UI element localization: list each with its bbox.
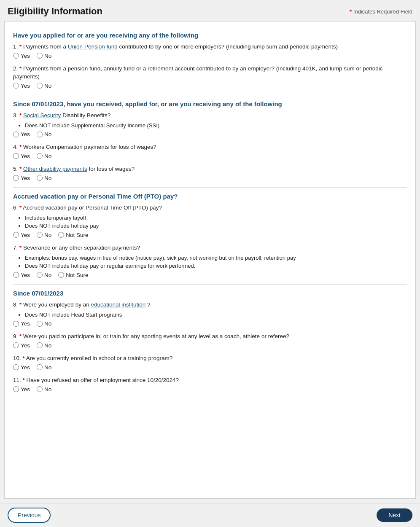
q3-yes-label[interactable]: Yes (13, 131, 30, 137)
q8-yes-radio[interactable] (13, 321, 19, 327)
q4-required-star: * (19, 144, 22, 150)
q2-yes-label[interactable]: Yes (13, 83, 30, 89)
q6-text: Accrued vacation pay or Personal Time Of… (23, 204, 162, 211)
section-heading-2: Since 07/01/2023, have you received, app… (13, 100, 407, 108)
question-block-1: 1. * Payments from a Union Pension fund … (13, 43, 407, 59)
q6-radio-group: Yes No Not Sure (13, 232, 407, 238)
q8-radio-group: Yes No (13, 320, 407, 327)
q11-text: Have you refused an offer of employment … (27, 377, 179, 383)
q7-yes-label[interactable]: Yes (13, 272, 30, 278)
question-text-4: 4. * Workers Compensation payments for l… (13, 143, 407, 151)
q7-yes-text: Yes (21, 272, 30, 278)
q4-yes-radio[interactable] (13, 153, 19, 159)
q11-no-radio[interactable] (37, 386, 43, 392)
q5-no-radio[interactable] (37, 175, 43, 181)
q9-yes-radio[interactable] (13, 342, 19, 348)
question-text-3: 3. * Social Security Disability Benefits… (13, 112, 407, 120)
q2-no-label[interactable]: No (37, 83, 51, 89)
q10-no-radio[interactable] (37, 364, 43, 370)
q5-number: 5. (13, 166, 18, 172)
q1-yes-radio[interactable] (13, 53, 19, 59)
q7-bullet-list: Examples: bonus pay, wages in lieu of no… (25, 254, 407, 270)
q8-no-label[interactable]: No (37, 320, 51, 327)
q6-no-radio[interactable] (37, 232, 43, 238)
question-block-5: 5. * Other disability payments for loss … (13, 165, 407, 181)
section-heading-4: Since 07/01/2023 (13, 290, 407, 297)
q1-number: 1. (13, 43, 18, 50)
previous-button[interactable]: Previous (8, 508, 51, 523)
q3-yes-radio[interactable] (13, 132, 19, 137)
question-block-6: 6. * Accrued vacation pay or Personal Ti… (13, 204, 407, 238)
q10-yes-text: Yes (21, 364, 30, 371)
next-button[interactable]: Next (377, 508, 412, 522)
q2-required-star: * (19, 65, 22, 72)
q8-link-educational[interactable]: educational institution (91, 301, 145, 308)
q1-no-text: No (44, 53, 51, 59)
q10-no-label[interactable]: No (37, 364, 51, 371)
question-block-11: 11. * Have you refused an offer of emplo… (13, 376, 407, 393)
q10-yes-label[interactable]: Yes (13, 364, 30, 371)
q3-link-social-security[interactable]: Social Security (23, 112, 61, 118)
form-card: Have you applied for or are you receivin… (4, 21, 416, 499)
q9-no-text: No (44, 342, 51, 349)
q8-required-star: * (19, 301, 22, 308)
question-block-8: 8. * Were you employed by an educational… (13, 301, 407, 327)
q2-no-radio[interactable] (37, 83, 43, 89)
q1-text-after-link: contributed to by one or more employers?… (119, 43, 338, 50)
q7-notsure-radio[interactable] (58, 272, 64, 278)
q11-no-label[interactable]: No (37, 386, 51, 393)
q7-no-label[interactable]: No (37, 272, 51, 278)
q2-yes-radio[interactable] (13, 83, 19, 89)
question-block-2: 2. * Payments from a pension fund, annui… (13, 65, 407, 89)
q6-yes-radio[interactable] (13, 232, 19, 238)
q8-yes-text: Yes (21, 320, 30, 327)
q6-required-star: * (19, 204, 22, 211)
q8-yes-label[interactable]: Yes (13, 320, 30, 327)
q1-yes-label[interactable]: Yes (13, 53, 30, 59)
q5-link-other-disability[interactable]: Other disability payments (23, 166, 87, 172)
q4-yes-text: Yes (21, 153, 30, 159)
q7-notsure-label[interactable]: Not Sure (58, 272, 88, 278)
q4-number: 4. (13, 144, 18, 150)
q6-notsure-radio[interactable] (58, 232, 64, 238)
question-text-5: 5. * Other disability payments for loss … (13, 165, 407, 173)
q7-number: 7. (13, 245, 18, 251)
q1-no-label[interactable]: No (37, 53, 51, 59)
q9-yes-label[interactable]: Yes (13, 342, 30, 349)
required-note: * Indicates Required Field (350, 8, 412, 15)
q10-yes-radio[interactable] (13, 364, 19, 370)
q4-yes-label[interactable]: Yes (13, 153, 30, 159)
question-block-7: 7. * Severance or any other separation p… (13, 244, 407, 278)
q1-no-radio[interactable] (37, 53, 43, 59)
q11-yes-label[interactable]: Yes (13, 386, 30, 393)
q6-no-label[interactable]: No (37, 232, 51, 238)
q4-no-radio[interactable] (37, 153, 43, 159)
q7-no-radio[interactable] (37, 272, 43, 278)
q9-no-radio[interactable] (37, 342, 43, 348)
q1-radio-group: Yes No (13, 53, 407, 59)
q4-text: Workers Compensation payments for loss o… (23, 144, 156, 150)
q8-no-radio[interactable] (37, 321, 43, 327)
q9-text: Were you paid to participate in, or trai… (23, 333, 289, 339)
q6-notsure-label[interactable]: Not Sure (58, 232, 88, 238)
q5-yes-label[interactable]: Yes (13, 175, 30, 181)
q3-no-radio[interactable] (37, 132, 43, 137)
q9-no-label[interactable]: No (37, 342, 51, 349)
q6-yes-label[interactable]: Yes (13, 232, 30, 238)
q3-no-label[interactable]: No (37, 131, 51, 137)
q7-text: Severance or any other separation paymen… (23, 245, 140, 251)
divider-1 (13, 95, 407, 95)
q2-no-text: No (44, 83, 51, 89)
q3-radio-group: Yes No (13, 131, 407, 137)
page-wrapper: Eligibility Information * Indicates Requ… (0, 0, 420, 527)
question-block-10: 10. * Are you currently enrolled in scho… (13, 355, 407, 371)
q7-yes-radio[interactable] (13, 272, 19, 278)
q11-yes-radio[interactable] (13, 386, 19, 392)
q5-yes-radio[interactable] (13, 175, 19, 181)
q5-no-label[interactable]: No (37, 175, 51, 181)
q4-no-label[interactable]: No (37, 153, 51, 159)
divider-3 (13, 284, 407, 285)
q10-text: Are you currently enrolled in school or … (26, 355, 172, 361)
q1-link-union-pension[interactable]: Union Pension fund (68, 43, 118, 50)
q5-required-star: * (19, 166, 22, 172)
